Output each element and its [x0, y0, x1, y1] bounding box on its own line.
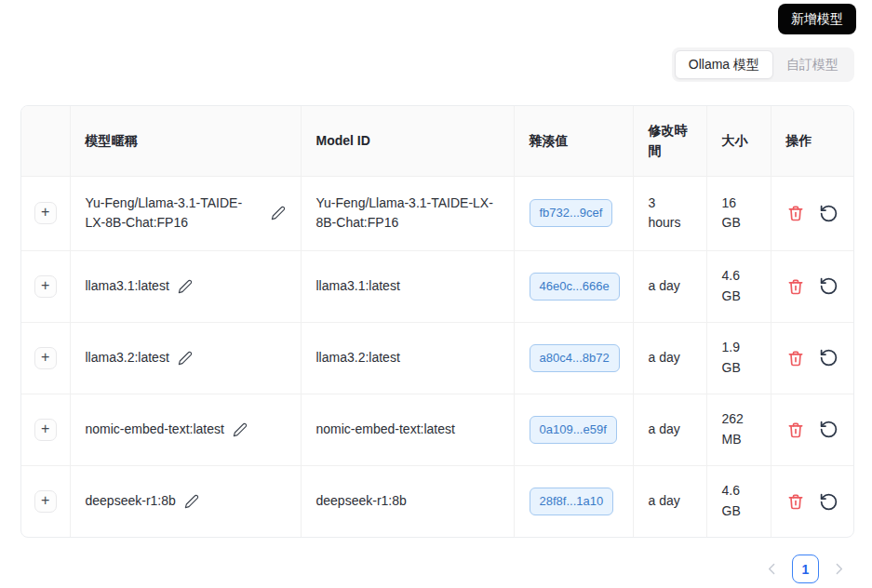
model-nickname: llama3.1:latest — [86, 276, 169, 297]
reset-icon[interactable] — [819, 348, 838, 368]
reset-icon[interactable] — [819, 420, 838, 439]
model-size: 262 MB — [706, 394, 771, 465]
model-nickname: deepseek-r1:8b — [86, 491, 176, 512]
edit-icon[interactable] — [271, 206, 286, 220]
modified-time: a day — [633, 465, 706, 537]
topbar: 新增模型 — [0, 0, 872, 34]
model-id: llama3.1:latest — [301, 250, 514, 322]
header-model-id: Model ID — [301, 106, 514, 176]
header-modified: 修改時間 — [633, 106, 706, 176]
expand-row-button[interactable]: + — [34, 202, 57, 224]
edit-icon[interactable] — [184, 494, 199, 509]
table-row: + deepseek-r1:8b deepseek-r1:8b 28f8f...… — [21, 465, 854, 537]
model-size: 16 GB — [706, 176, 771, 250]
reset-icon[interactable] — [819, 204, 838, 223]
next-page-icon[interactable] — [831, 561, 847, 577]
model-nickname: Yu-Feng/Llama-3.1-TAIDE-LX-8B-Chat:FP16 — [86, 194, 262, 234]
edit-icon[interactable] — [178, 351, 193, 366]
header-nickname: 模型暱稱 — [70, 106, 301, 176]
model-size: 1.9 GB — [706, 322, 771, 394]
expand-row-button[interactable]: + — [34, 347, 57, 369]
modified-time: a day — [633, 250, 706, 322]
reset-icon[interactable] — [819, 492, 838, 512]
modified-time: 3 hours — [633, 176, 706, 250]
pagination: 1 — [0, 555, 847, 583]
hash-badge[interactable]: fb732...9cef — [530, 199, 613, 227]
expand-row-button[interactable]: + — [34, 490, 57, 513]
delete-icon[interactable] — [786, 277, 805, 296]
model-id: deepseek-r1:8b — [301, 465, 514, 537]
delete-icon[interactable] — [786, 421, 805, 439]
add-model-button[interactable]: 新增模型 — [778, 4, 856, 34]
table-header-row: 模型暱稱 Model ID 雜湊值 修改時間 大小 操作 — [21, 106, 854, 176]
expand-row-button[interactable]: + — [34, 275, 57, 298]
table-row: + nomic-embed-text:latest nomic-embed-te… — [21, 394, 854, 465]
expand-row-button[interactable]: + — [34, 419, 57, 441]
page-button[interactable]: 1 — [792, 555, 819, 583]
model-nickname: nomic-embed-text:latest — [86, 420, 224, 440]
model-id: llama3.2:latest — [301, 322, 514, 394]
modified-time: a day — [633, 322, 706, 394]
models-table: 模型暱稱 Model ID 雜湊值 修改時間 大小 操作 + Yu-Feng/L… — [20, 105, 854, 538]
hash-badge[interactable]: 0a109...e59f — [530, 416, 617, 444]
model-nickname: llama3.2:latest — [86, 348, 169, 368]
edit-icon[interactable] — [233, 422, 248, 437]
model-size: 4.6 GB — [706, 465, 771, 537]
delete-icon[interactable] — [786, 349, 805, 368]
delete-icon[interactable] — [786, 204, 805, 222]
prev-page-icon[interactable] — [764, 561, 780, 577]
hash-badge[interactable]: 28f8f...1a10 — [530, 488, 614, 515]
table-row: + Yu-Feng/Llama-3.1-TAIDE-LX-8B-Chat:FP1… — [21, 176, 854, 250]
hash-badge[interactable]: 46e0c...666e — [530, 273, 620, 301]
reset-icon[interactable] — [819, 276, 838, 296]
delete-icon[interactable] — [786, 492, 805, 511]
table-row: + llama3.2:latest llama3.2:latest a80c4.… — [21, 322, 854, 394]
model-id: Yu-Feng/Llama-3.1-TAIDE-LX-8B-Chat:FP16 — [301, 176, 514, 250]
header-hash: 雜湊值 — [514, 106, 633, 176]
tab-custom-models[interactable]: 自訂模型 — [773, 50, 852, 80]
table-row: + llama3.1:latest llama3.1:latest 46e0c.… — [21, 250, 854, 322]
tab-ollama-models[interactable]: Ollama 模型 — [675, 50, 773, 80]
model-type-tabs: Ollama 模型 自訂模型 — [672, 47, 854, 83]
tabs-row: Ollama 模型 自訂模型 — [0, 34, 872, 83]
model-size: 4.6 GB — [706, 250, 771, 322]
edit-icon[interactable] — [178, 279, 193, 294]
hash-badge[interactable]: a80c4...8b72 — [530, 344, 620, 372]
modified-time: a day — [633, 394, 706, 465]
header-actions: 操作 — [771, 106, 854, 176]
header-size: 大小 — [706, 106, 771, 176]
model-id: nomic-embed-text:latest — [301, 394, 514, 465]
header-expand — [21, 106, 70, 176]
